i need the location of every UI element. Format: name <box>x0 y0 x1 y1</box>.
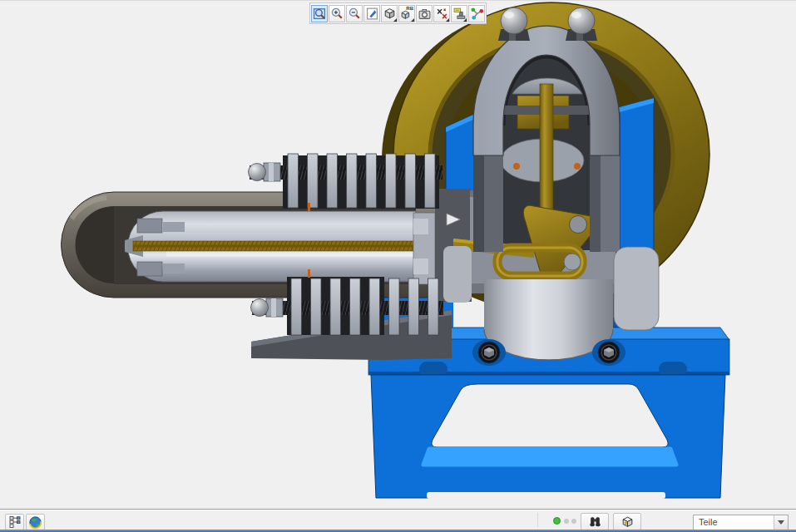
camera-icon <box>418 7 432 21</box>
right-bearing-shoulder <box>614 247 659 330</box>
kinematics-button[interactable] <box>468 5 485 22</box>
acorn-nut-top <box>249 163 281 181</box>
stamp-markup-button[interactable] <box>451 5 467 22</box>
menu-caret-icon <box>463 18 467 22</box>
menu-caret-icon <box>446 18 449 22</box>
status-light-inactive <box>564 519 569 524</box>
zoom-window-button[interactable] <box>311 5 328 22</box>
view-toolbar: RB <box>309 2 487 24</box>
stirling-engine-model <box>0 1 796 510</box>
base-screw-left[interactable] <box>472 339 506 366</box>
find-button[interactable] <box>581 513 609 530</box>
chevron-down-icon[interactable] <box>774 515 788 530</box>
globe-icon <box>28 515 42 530</box>
render-mode-button[interactable]: RB <box>398 5 415 22</box>
zoom-window-icon <box>313 7 327 21</box>
menu-caret-icon <box>411 18 414 22</box>
zoom-out-button[interactable] <box>346 5 363 22</box>
isolate-box-button[interactable] <box>613 513 641 530</box>
display-mode-value: Teile <box>694 515 774 530</box>
base-screw-right[interactable] <box>592 339 625 366</box>
zoom-in-icon <box>330 7 344 21</box>
fit-page-button[interactable] <box>363 5 380 22</box>
snapshot-button[interactable] <box>416 5 433 22</box>
status-light-inactive <box>571 519 576 524</box>
status-light-active <box>553 517 561 525</box>
acorn-nut-bottom <box>251 298 284 317</box>
section-mark-top <box>308 203 310 211</box>
browser-view-button[interactable] <box>26 514 45 530</box>
display-mode-select[interactable]: Teile <box>693 515 789 530</box>
binoculars-icon <box>588 515 602 529</box>
status-bar: Teile <box>0 509 796 530</box>
render-mode-label: RB <box>406 6 413 12</box>
section-mark-bottom <box>308 269 310 278</box>
tree-icon <box>8 515 22 529</box>
statusbar-separator <box>537 513 538 527</box>
box-icon <box>620 515 635 529</box>
view-orientation-button[interactable] <box>381 5 398 22</box>
left-bearing-shoulder <box>443 246 472 303</box>
zoom-out-icon <box>348 7 362 21</box>
linkage-icon <box>470 7 484 21</box>
zoom-in-button[interactable] <box>329 5 345 22</box>
model-viewport[interactable] <box>0 0 796 509</box>
menu-caret-icon <box>393 18 397 22</box>
hide-show-button[interactable] <box>433 5 450 22</box>
fit-page-icon <box>365 7 379 21</box>
structure-tree-button[interactable] <box>5 514 24 530</box>
